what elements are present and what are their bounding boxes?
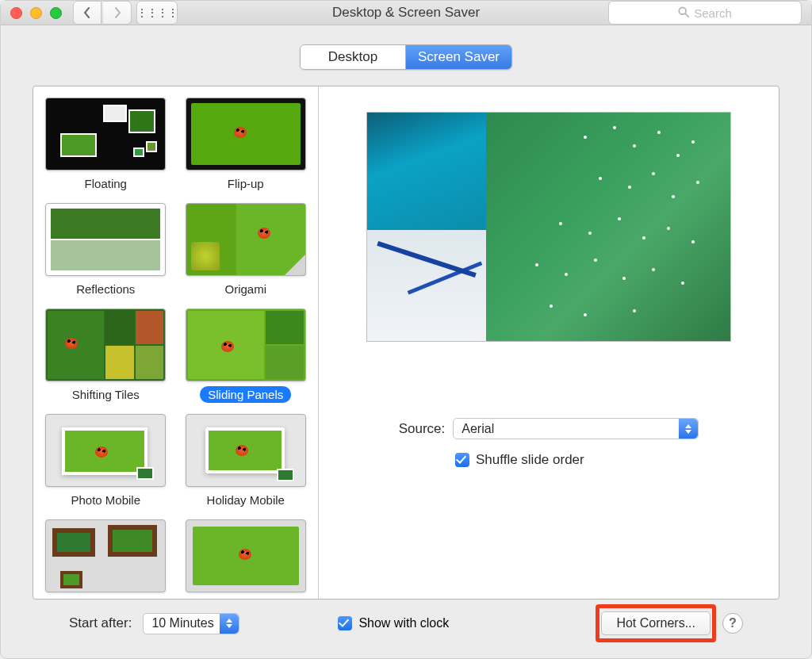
grid-icon: ⋮⋮⋮⋮ [136,6,178,19]
window-controls [10,7,62,19]
show-all-button[interactable]: ⋮⋮⋮⋮ [136,1,178,25]
thumbnail [45,414,166,487]
thumbnail-label: Reflections [68,281,143,297]
back-button[interactable] [73,1,102,25]
start-after-value: 10 Minutes [151,616,213,630]
tab-screensaver[interactable]: Screen Saver [406,45,511,69]
thumbnail-label: Shifting Tiles [64,386,147,403]
screensaver-preview[interactable] [366,112,731,342]
screensaver-reflections[interactable]: Reflections [41,203,170,297]
hot-corners-highlight: Hot Corners... [596,604,716,642]
nav-buttons [73,1,132,25]
thumbnail [45,203,166,276]
tab-segment: Desktop Screen Saver [300,44,512,70]
thumbnail [186,414,306,487]
forward-button[interactable] [103,1,132,25]
close-button[interactable] [10,7,22,19]
thumbnail-label: Floating [77,175,135,192]
source-label: Source: [399,421,446,437]
source-select[interactable]: Aerial [453,418,699,439]
dropdown-icon [220,614,239,634]
screensaver-shifting-tiles[interactable]: Shifting Tiles [41,308,170,403]
svg-line-1 [685,13,688,17]
window-title: Desktop & Screen Saver [332,5,480,21]
minimize-button[interactable] [30,7,42,19]
chevron-right-icon [113,7,122,18]
bottom-bar: Start after: 10 Minutes Show with clock … [33,600,779,647]
screensaver-floating[interactable]: Floating [41,98,170,192]
source-value: Aerial [462,422,494,436]
thumbnail [186,203,306,276]
shuffle-label: Shuffle slide order [476,452,584,468]
dropdown-icon [679,419,698,439]
screensaver-sliding-panels[interactable]: Sliding Panels [182,308,311,403]
thumbnail [186,308,306,381]
thumbnail-label: Flip-up [220,175,272,192]
titlebar: ⋮⋮⋮⋮ Desktop & Screen Saver Search [1,1,811,25]
thumbnail [45,519,166,592]
start-after-label: Start after: [69,615,132,631]
thumbnail [45,308,166,381]
thumbnail-label: Photo Mobile [63,492,148,508]
screensaver-flipup[interactable]: Flip-up [182,98,311,192]
preview-pane: Source: Aerial Shuffle slide order [319,86,779,599]
thumbnail [186,98,306,170]
main-panel: Floating Flip-up Reflections [33,86,779,600]
hot-corners-button[interactable]: Hot Corners... [601,611,710,635]
search-placeholder: Search [694,6,732,20]
screensaver-origami[interactable]: Origami [182,203,311,297]
help-icon: ? [729,616,737,630]
screensaver-list[interactable]: Floating Flip-up Reflections [33,86,319,599]
thumbnail-label: Sliding Panels [200,386,291,403]
chevron-left-icon [82,7,92,18]
tab-desktop[interactable]: Desktop [301,45,406,69]
thumbnail [45,98,166,170]
thumbnail-label: Origami [216,281,274,297]
thumbnail-label: Holiday Mobile [199,492,293,508]
screensaver-item[interactable] [41,519,170,592]
screensaver-item[interactable] [182,519,311,592]
help-button[interactable]: ? [722,613,743,634]
show-clock-checkbox[interactable] [338,616,352,630]
zoom-button[interactable] [50,7,62,19]
search-input[interactable]: Search [608,1,802,25]
screensaver-photo-mobile[interactable]: Photo Mobile [41,414,170,508]
shuffle-checkbox[interactable] [455,453,469,467]
screensaver-holiday-mobile[interactable]: Holiday Mobile [182,414,311,508]
search-icon [678,6,689,20]
thumbnail [186,519,306,592]
content-area: Desktop Screen Saver Floating [1,25,811,659]
preferences-window: ⋮⋮⋮⋮ Desktop & Screen Saver Search Deskt… [0,0,812,659]
start-after-select[interactable]: 10 Minutes [143,613,239,634]
show-clock-label: Show with clock [358,616,449,630]
